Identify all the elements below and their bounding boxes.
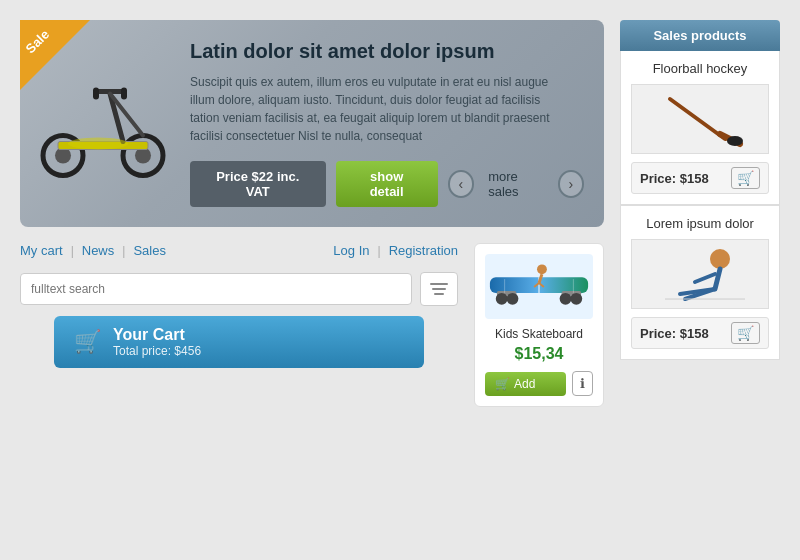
svg-line-25 xyxy=(670,99,725,139)
hero-banner: Sale xyxy=(20,20,604,227)
login-link[interactable]: Log In xyxy=(333,243,369,258)
cart-label: Your Cart xyxy=(113,326,201,344)
cart-icon: 🛒 xyxy=(74,329,101,355)
sidebar-product-1: Floorball hockey Price: $158 🛒 xyxy=(620,51,780,205)
sidebar-product-1-price-row: Price: $158 🛒 xyxy=(631,162,769,194)
auth-links: Log In | Registration xyxy=(333,243,458,258)
price-button[interactable]: Price $22 inc. VAT xyxy=(190,161,326,207)
svg-point-14 xyxy=(496,293,508,305)
skateboard-illustration xyxy=(485,259,593,314)
nav-sales-link[interactable]: Sales xyxy=(133,243,166,258)
scooter-illustration xyxy=(38,64,168,184)
product-card: Kids Skateboard $15,34 🛒 Add ℹ xyxy=(474,243,604,407)
hero-title: Latin dolor sit amet dolor ipsum xyxy=(190,40,584,63)
svg-point-17 xyxy=(570,293,582,305)
svg-point-16 xyxy=(560,293,572,305)
sidebar-product-2-price: Price: $158 xyxy=(640,326,709,341)
product-card-name: Kids Skateboard xyxy=(485,327,593,341)
sidebar-product-1-image xyxy=(631,84,769,154)
sidebar-product-1-cart-button[interactable]: 🛒 xyxy=(731,167,760,189)
svg-point-28 xyxy=(710,249,730,269)
search-input[interactable] xyxy=(20,273,412,305)
cart-button[interactable]: 🛒 Your Cart Total price: $456 xyxy=(54,316,424,368)
product-card-actions: 🛒 Add ℹ xyxy=(485,371,593,396)
sidebar-product-2-price-row: Price: $158 🛒 xyxy=(631,317,769,349)
svg-point-10 xyxy=(68,138,128,150)
next-arrow[interactable]: › xyxy=(558,170,584,198)
sidebar-product-1-name: Floorball hockey xyxy=(631,61,769,76)
sidebar-header: Sales products xyxy=(620,20,780,51)
svg-point-21 xyxy=(537,264,547,274)
registration-link[interactable]: Registration xyxy=(389,243,458,258)
filter-icon xyxy=(430,283,448,285)
cart-total: Total price: $456 xyxy=(113,344,201,358)
left-bottom: My cart | News | Sales Log In | Registra… xyxy=(20,239,458,368)
svg-line-29 xyxy=(715,269,720,289)
product-info-button[interactable]: ℹ xyxy=(572,371,593,396)
nav-news-link[interactable]: News xyxy=(82,243,115,258)
search-row xyxy=(20,272,458,306)
sidebar: Sales products Floorball hockey Price: $… xyxy=(620,20,780,540)
sidebar-product-2-cart-button[interactable]: 🛒 xyxy=(731,322,760,344)
svg-point-15 xyxy=(507,293,519,305)
hero-product-image xyxy=(30,51,175,196)
svg-rect-7 xyxy=(93,88,99,100)
show-detail-button[interactable]: show detail xyxy=(336,161,438,207)
sidebar-product-2: Lorem ipsum dolor Price: $158 xyxy=(620,206,780,360)
hero-description: Suscipit quis ex autem, illum eros eu vu… xyxy=(190,73,570,145)
product-card-price: $15,34 xyxy=(485,345,593,363)
person-illustration xyxy=(650,244,750,304)
hero-actions: Price $22 inc. VAT show detail ‹ more sa… xyxy=(190,161,584,207)
hockey-illustration xyxy=(650,89,750,149)
sidebar-product-1-price: Price: $158 xyxy=(640,171,709,186)
sidebar-product-2-image xyxy=(631,239,769,309)
sidebar-product-2-name: Lorem ipsum dolor xyxy=(631,216,769,231)
svg-point-27 xyxy=(727,136,743,146)
nav-row: My cart | News | Sales Log In | Registra… xyxy=(20,239,458,262)
bottom-area: My cart | News | Sales Log In | Registra… xyxy=(20,239,604,407)
prev-arrow[interactable]: ‹ xyxy=(448,170,474,198)
svg-line-32 xyxy=(695,274,715,282)
filter-button[interactable] xyxy=(420,272,458,306)
cart-small-icon: 🛒 xyxy=(495,377,510,391)
product-card-image xyxy=(485,254,593,319)
nav-links: My cart | News | Sales xyxy=(20,243,166,258)
nav-cart-link[interactable]: My cart xyxy=(20,243,63,258)
svg-rect-8 xyxy=(121,88,127,100)
add-to-cart-button[interactable]: 🛒 Add xyxy=(485,372,566,396)
more-sales-link[interactable]: more sales xyxy=(488,169,547,199)
